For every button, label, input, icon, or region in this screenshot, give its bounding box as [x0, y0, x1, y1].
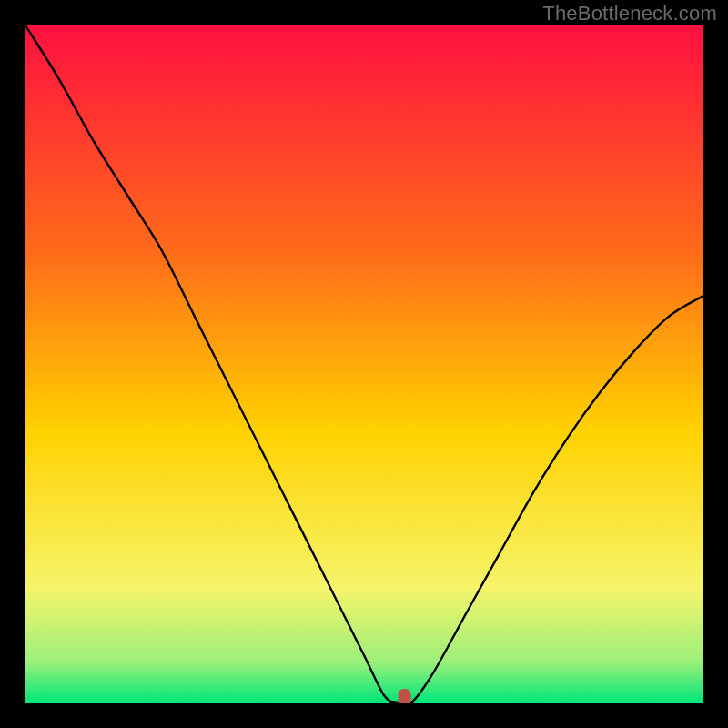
bottleneck-chart	[25, 25, 703, 703]
gradient-background	[25, 25, 703, 703]
watermark-text: TheBottleneck.com	[542, 2, 717, 25]
plot-area	[25, 25, 703, 703]
chart-frame: TheBottleneck.com	[0, 0, 728, 728]
optimal-marker	[399, 689, 411, 703]
